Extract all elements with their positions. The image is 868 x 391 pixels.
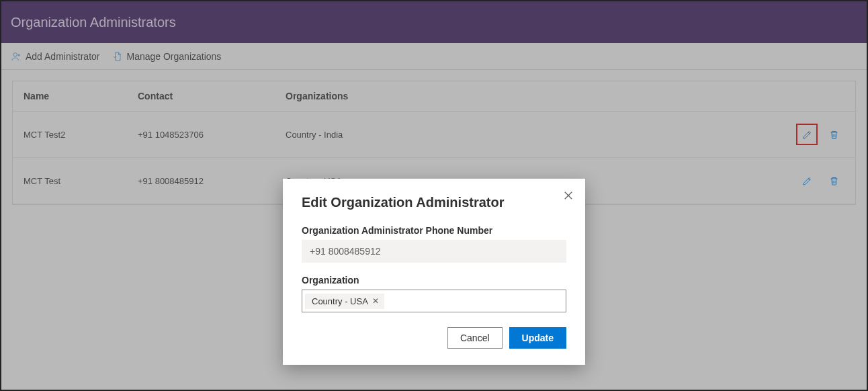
- modal-overlay[interactable]: Edit Organization Administrator Organiza…: [1, 1, 867, 390]
- organization-picker[interactable]: Country - USA ✕: [302, 290, 566, 312]
- cancel-button[interactable]: Cancel: [447, 327, 503, 349]
- organization-label: Organization: [302, 275, 566, 286]
- edit-admin-dialog: Edit Organization Administrator Organiza…: [283, 179, 585, 365]
- close-icon: [564, 191, 573, 200]
- phone-field: +91 8008485912: [302, 240, 566, 263]
- dialog-title: Edit Organization Administrator: [302, 195, 566, 210]
- phone-label: Organization Administrator Phone Number: [302, 225, 566, 236]
- chip-remove-button[interactable]: ✕: [372, 296, 379, 306]
- close-button[interactable]: [564, 191, 573, 203]
- update-button[interactable]: Update: [509, 327, 566, 349]
- organization-chip: Country - USA ✕: [305, 294, 384, 309]
- organization-chip-label: Country - USA: [312, 296, 368, 306]
